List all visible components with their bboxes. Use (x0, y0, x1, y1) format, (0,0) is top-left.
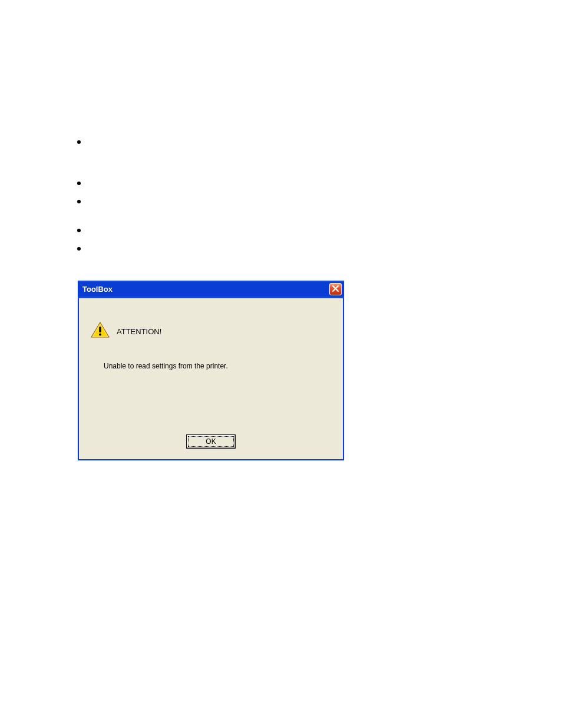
ok-button[interactable]: OK (186, 434, 236, 449)
toolbox-dialog: ToolBox ATTENTION! Unable to read settin… (78, 281, 344, 460)
warning-icon (91, 322, 110, 341)
attention-row: ATTENTION! (91, 322, 161, 341)
title-bar[interactable]: ToolBox (78, 281, 344, 298)
close-icon (332, 285, 339, 294)
bullet-dot (77, 200, 81, 203)
attention-label: ATTENTION! (117, 327, 161, 336)
bullet-dot (77, 140, 81, 144)
dialog-content: ATTENTION! Unable to read settings from … (79, 298, 343, 459)
dialog-title: ToolBox (82, 285, 113, 294)
bullet-dot (77, 247, 81, 251)
bullet-dot (77, 229, 81, 232)
bullet-dot (77, 182, 81, 185)
svg-point-1 (99, 334, 101, 336)
dialog-message: Unable to read settings from the printer… (104, 362, 228, 370)
close-button[interactable] (329, 283, 342, 295)
svg-rect-0 (99, 327, 101, 332)
